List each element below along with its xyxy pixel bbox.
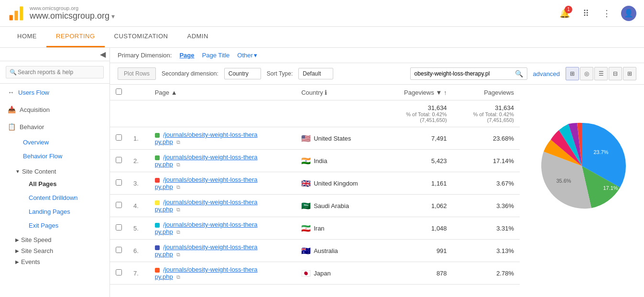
search-filter-button[interactable]: 🔍 xyxy=(511,68,527,79)
sidebar-item-site-speed[interactable]: ▶ Site Speed xyxy=(15,233,109,245)
total-country-cell xyxy=(295,100,383,127)
th-pageviews2: Pageviews xyxy=(453,85,520,100)
row-num: 1. xyxy=(128,127,149,150)
notification-icon[interactable]: 🔔 1 xyxy=(558,7,571,20)
sidebar-item-exit-pages[interactable]: Exit Pages xyxy=(21,219,109,232)
sidebar-item-events[interactable]: ▶ Events xyxy=(15,256,109,267)
plot-rows-button[interactable]: Plot Rows xyxy=(118,67,156,80)
row-num: 6. xyxy=(128,240,149,262)
dimension-page-title[interactable]: Page Title xyxy=(202,52,230,59)
dimension-page[interactable]: Page xyxy=(179,52,194,59)
tab-admin[interactable]: ADMIN xyxy=(177,27,218,47)
row-checkbox[interactable] xyxy=(110,262,128,285)
select-all-checkbox[interactable] xyxy=(116,88,122,95)
row-checkbox[interactable] xyxy=(110,240,128,262)
view-list-button[interactable]: ☰ xyxy=(594,67,608,80)
row-pageviews: 1,048 xyxy=(383,217,453,240)
sort-type-label: Sort Type: xyxy=(267,70,293,77)
row-checkbox[interactable] xyxy=(110,195,128,217)
sidebar-item-acquisition[interactable]: 📥 Acquisition xyxy=(0,101,109,118)
view-custom-button[interactable]: ⊞ xyxy=(623,67,636,80)
search-filter-input[interactable] xyxy=(411,68,511,79)
row-pageviews: 991 xyxy=(383,240,453,262)
total-pageviews-cell: 31,634 % of Total: 0.42% (7,451,650) xyxy=(383,100,453,127)
advanced-link[interactable]: advanced xyxy=(533,70,560,77)
sidebar-item-content-drilldown[interactable]: Content Drilldown xyxy=(21,191,109,205)
sidebar-item-behavior[interactable]: 📋 Behavior xyxy=(0,118,109,135)
page-link[interactable]: /journals/obesity-weight-loss-therapy.ph… xyxy=(155,266,258,280)
sidebar-toggle[interactable]: ◀ xyxy=(0,48,109,61)
table-header-row: Page ▲ Country ℹ Pageviews ▼ ↑ Pageviews xyxy=(110,85,520,100)
search-filter: 🔍 xyxy=(410,67,527,80)
country-flag: 🇮🇳 xyxy=(301,156,311,165)
sort-type-select-wrap: Default xyxy=(298,68,333,79)
search-input[interactable] xyxy=(6,66,104,78)
view-grid-button[interactable]: ⊞ xyxy=(566,67,579,80)
sidebar-item-users-flow[interactable]: ↔ Users Flow xyxy=(0,84,109,101)
row-contribution: 3.67% xyxy=(453,172,520,195)
page-external-icon[interactable]: ⧉ xyxy=(176,139,180,145)
page-link[interactable]: /journals/obesity-weight-loss-therapy.ph… xyxy=(155,176,258,190)
page-link[interactable]: /journals/obesity-weight-loss-therapy.ph… xyxy=(155,154,258,168)
row-page: /journals/obesity-weight-loss-therapy.ph… xyxy=(149,195,295,217)
country-info-icon: ℹ xyxy=(325,89,327,96)
sidebar-item-site-content[interactable]: ▼ Site Content xyxy=(15,166,109,177)
row-num: 5. xyxy=(128,217,149,240)
row-checkbox[interactable] xyxy=(110,127,128,150)
page-external-icon[interactable]: ⧉ xyxy=(176,184,180,190)
dimension-other[interactable]: Other ▾ xyxy=(237,52,257,59)
view-comparison-button[interactable]: ◎ xyxy=(580,67,593,80)
page-external-icon[interactable]: ⧉ xyxy=(176,207,180,212)
sidebar-item-behavior-flow[interactable]: Behavior Flow xyxy=(15,149,109,163)
page-external-icon[interactable]: ⧉ xyxy=(176,252,180,257)
tab-home[interactable]: HOME xyxy=(8,27,46,47)
page-external-icon[interactable]: ⧉ xyxy=(176,229,180,235)
row-country: 🇯🇵 Japan xyxy=(295,262,383,285)
page-link[interactable]: /journals/obesity-weight-loss-therapy.ph… xyxy=(155,243,258,258)
sidebar-item-site-search[interactable]: ▶ Site Search xyxy=(15,245,109,256)
row-checkbox[interactable] xyxy=(110,150,128,172)
row-country: 🇮🇳 India xyxy=(295,150,383,172)
user-avatar[interactable]: 👤 xyxy=(621,6,636,21)
row-country: 🇮🇷 Iran xyxy=(295,217,383,240)
secondary-dimension-label: Secondary dimension: xyxy=(162,70,218,77)
content-area: Primary Dimension: Page Page Title Other… xyxy=(110,48,644,297)
data-table: Page ▲ Country ℹ Pageviews ▼ ↑ Pageviews xyxy=(110,85,520,285)
more-icon[interactable]: ⋮ xyxy=(600,7,613,20)
sort-type-select[interactable]: Default xyxy=(298,68,333,79)
page-link[interactable]: /journals/obesity-weight-loss-therapy.ph… xyxy=(155,131,258,145)
sidebar-item-all-pages[interactable]: All Pages xyxy=(21,177,109,191)
country-name: United States xyxy=(314,135,351,142)
dropdown-arrow[interactable]: ▾ xyxy=(111,12,115,20)
tab-customization[interactable]: CUSTOMIZATION xyxy=(105,27,178,47)
secondary-dimension-select[interactable]: Country xyxy=(224,68,261,79)
tab-reporting[interactable]: REPORTING xyxy=(46,27,105,47)
sidebar-item-overview[interactable]: Overview xyxy=(15,135,109,149)
row-pageviews: 1,161 xyxy=(383,172,453,195)
sidebar-collapse-arrow[interactable]: ◀ xyxy=(100,50,106,59)
th-country[interactable]: Country ℹ xyxy=(295,85,383,100)
expand-icon-search: ▶ xyxy=(15,248,19,253)
total-num-cell xyxy=(128,100,149,127)
row-pageviews: 5,423 xyxy=(383,150,453,172)
sidebar-item-landing-pages[interactable]: Landing Pages xyxy=(21,205,109,219)
page-link[interactable]: /journals/obesity-weight-loss-therapy.ph… xyxy=(155,221,258,235)
table-row: 5. /journals/obesity-weight-loss-therapy… xyxy=(110,217,520,240)
th-pageviews[interactable]: Pageviews ▼ ↑ xyxy=(383,85,453,100)
country-flag: 🇸🇦 xyxy=(301,201,311,210)
chart-panel: 23.7% 17.1% 35.6% xyxy=(520,85,644,285)
page-external-icon[interactable]: ⧉ xyxy=(176,162,180,167)
label-all-pages: All Pages xyxy=(29,180,57,187)
filter-bar: Plot Rows Secondary dimension: Country S… xyxy=(110,63,644,85)
row-checkbox[interactable] xyxy=(110,172,128,195)
logo-wrap xyxy=(8,5,25,22)
label-site-search: Site Search xyxy=(21,247,53,254)
th-page[interactable]: Page ▲ xyxy=(149,85,295,100)
site-domain[interactable]: www.omicsgroup.org ▾ xyxy=(30,11,115,21)
view-pivot-button[interactable]: ⊟ xyxy=(609,67,622,80)
row-checkbox[interactable] xyxy=(110,217,128,240)
page-link[interactable]: /journals/obesity-weight-loss-therapy.ph… xyxy=(155,198,258,213)
row-page: /journals/obesity-weight-loss-therapy.ph… xyxy=(149,217,295,240)
apps-icon[interactable]: ⠿ xyxy=(579,7,592,20)
page-external-icon[interactable]: ⧉ xyxy=(176,274,180,280)
